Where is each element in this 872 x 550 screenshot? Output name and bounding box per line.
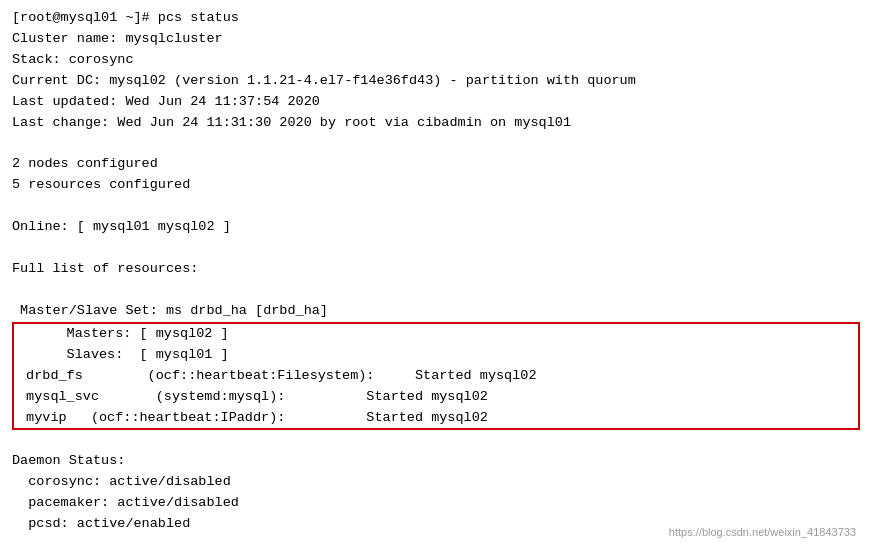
current-dc-line: Current DC: mysql02 (version 1.1.21-4.el… [12, 71, 860, 92]
last-updated-line: Last updated: Wed Jun 24 11:37:54 2020 [12, 92, 860, 113]
last-change-line: Last change: Wed Jun 24 11:31:30 2020 by… [12, 113, 860, 134]
stack-line: Stack: corosync [12, 50, 860, 71]
blank5-line [12, 430, 860, 451]
resource-box: Masters: [ mysql02 ] Slaves: [ mysql01 ]… [12, 322, 860, 431]
nodes-configured-line: 2 nodes configured [12, 154, 860, 175]
prompt-line: [root@mysql01 ~]# pcs status [12, 8, 860, 29]
resources-configured-line: 5 resources configured [12, 175, 860, 196]
daemon-status-line: Daemon Status: [12, 451, 860, 472]
drbd-fs-line: drbd_fs (ocf::heartbeat:Filesystem): Sta… [18, 366, 854, 387]
blank3-line [12, 238, 860, 259]
online-line: Online: [ mysql01 mysql02 ] [12, 217, 860, 238]
cluster-name-line: Cluster name: mysqlcluster [12, 29, 860, 50]
slaves-line: Slaves: [ mysql01 ] [18, 345, 854, 366]
blank2-line [12, 196, 860, 217]
pacemaker-line: pacemaker: active/disabled [12, 493, 860, 514]
myvip-line: myvip (ocf::heartbeat:IPaddr): Started m… [18, 408, 854, 429]
master-slave-set-line: Master/Slave Set: ms drbd_ha [drbd_ha] [12, 301, 860, 322]
masters-line: Masters: [ mysql02 ] [18, 324, 854, 345]
corosync-line: corosync: active/disabled [12, 472, 860, 493]
terminal-window: [root@mysql01 ~]# pcs status Cluster nam… [12, 8, 860, 542]
blank1-line [12, 134, 860, 155]
watermark: https://blog.csdn.net/weixin_41843733 [669, 526, 856, 538]
full-list-line: Full list of resources: [12, 259, 860, 280]
mysql-svc-line: mysql_svc (systemd:mysql): Started mysql… [18, 387, 854, 408]
blank4-line [12, 280, 860, 301]
